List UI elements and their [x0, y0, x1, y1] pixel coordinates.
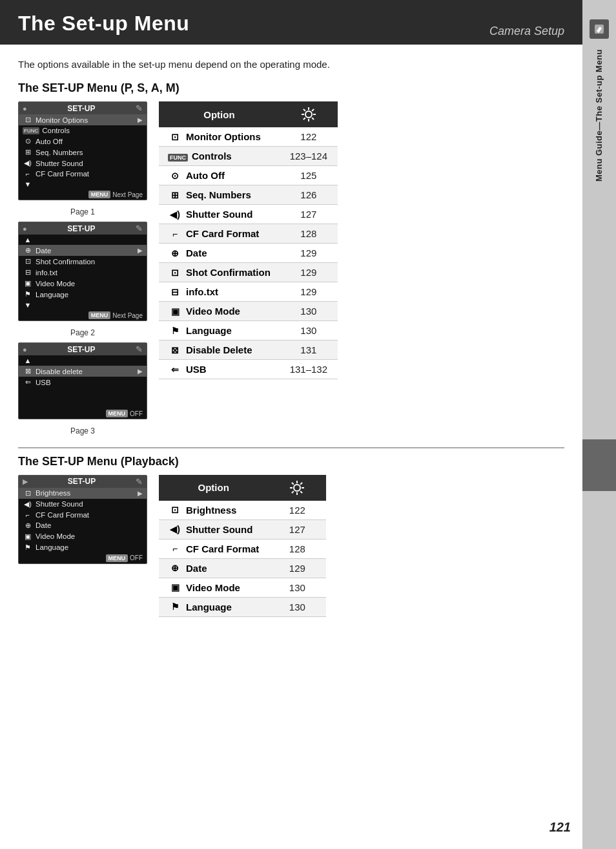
menuP-item1-text: Brightness: [36, 489, 135, 497]
svg-line-8: [312, 109, 314, 111]
menu2-item2-icon: ⊡: [23, 257, 33, 266]
menu1-footer-text: Next Page: [112, 191, 143, 198]
menu2-footer-btn: MENU: [88, 311, 111, 319]
table-row: FUNC Controls: [159, 147, 280, 166]
menuP-footer-btn: MENU: [106, 554, 128, 562]
table-row: ▣ Video Mode: [159, 302, 280, 321]
menu3-page-label: Page 3: [18, 426, 147, 435]
menu1-footer-btn: MENU: [88, 191, 111, 198]
table-row: ⊡ Shot Confirmation: [159, 263, 280, 282]
svg-line-16: [301, 491, 303, 493]
section2-menus: ▶ SET-UP ✎ ⊡ Brightness ▶ ◀) Shutter Sou…: [18, 475, 147, 564]
menu2-item3-text: info.txt: [36, 269, 143, 277]
menu1-item2-icon: FUNC: [23, 127, 39, 134]
menu2-item5-text: Language: [36, 291, 143, 299]
table-row: ⌐ CF Card Format: [159, 224, 280, 244]
section1-menus: ● SET-UP ✎ ⊡ Monitor Options ▶ FUNC Cont…: [18, 101, 147, 435]
section2-row: ▶ SET-UP ✎ ⊡ Brightness ▶ ◀) Shutter Sou…: [18, 475, 564, 617]
menu2-item1-icon: ⊕: [23, 246, 33, 255]
menu2-item5-icon: ⚑: [23, 290, 33, 299]
menu3-item0-icon: ▲: [23, 357, 33, 364]
menuP-item1-arrow: ▶: [138, 490, 143, 497]
section1-table-wrapper: Option: [159, 101, 564, 379]
table-row: ⊡ Brightness: [159, 501, 268, 520]
menuP-item4: ⊕ Date: [19, 520, 147, 531]
svg-point-10: [294, 485, 300, 491]
svg-line-17: [301, 482, 303, 484]
menu3-item2-icon: ⇐: [23, 378, 33, 386]
menu2-item1-arrow: ▶: [138, 247, 143, 254]
menu2-item3: ⊟ info.txt: [19, 267, 147, 278]
menu3-item2: ⇐ USB: [19, 377, 147, 388]
menuP-item1: ⊡ Brightness ▶: [19, 488, 147, 499]
menuP-header: ▶ SET-UP ✎: [19, 476, 147, 488]
menu1-item3-text: Auto Off: [36, 138, 143, 145]
section1-title: The SET-UP Menu (P, S, A, M): [18, 81, 564, 95]
table-row: ⚑ Language: [159, 321, 280, 341]
menuP-item4-text: Date: [36, 521, 143, 529]
svg-line-7: [312, 118, 314, 120]
menu1-pencil-icon: ✎: [136, 103, 143, 113]
table-row: ⚑ Language: [159, 597, 268, 616]
menu2-item2: ⊡ Shot Confirmation: [19, 256, 147, 267]
menu1-item4: ⊞ Seq. Numbers: [19, 147, 147, 158]
menu2-footer: MENU Next Page: [19, 310, 147, 320]
menuP-item3: ⌐ CF Card Format: [19, 510, 147, 520]
menuP-item3-icon: ⌐: [23, 511, 33, 519]
menuP-footer-text: OFF: [130, 554, 143, 561]
menu3-item1-icon: ⊠: [23, 367, 33, 375]
menu3-header: ● SET-UP ✎: [19, 343, 147, 355]
section2-table-wrapper: Option: [159, 475, 564, 617]
menu1-item7: ▼: [19, 179, 147, 189]
page-title: The Set-up Menu: [18, 12, 189, 35]
menuP-item6-icon: ⚑: [23, 543, 33, 552]
menu1-item6: ⌐ CF Card Format: [19, 169, 147, 179]
menu3-pencil-icon: ✎: [136, 344, 143, 354]
menuP-item6-text: Language: [36, 543, 143, 551]
table-row: ⊙ Auto Off: [159, 166, 280, 185]
section1-row: ● SET-UP ✎ ⊡ Monitor Options ▶ FUNC Cont…: [18, 101, 564, 435]
menuP-item5-text: Video Mode: [36, 532, 143, 540]
svg-line-6: [303, 109, 305, 111]
menu3-spacer: [19, 388, 147, 408]
menu1-item4-icon: ⊞: [23, 148, 33, 156]
menu2-item4-text: Video Mode: [36, 280, 143, 288]
menuP-title: SET-UP: [68, 477, 96, 486]
menu1-item2: FUNC Controls: [19, 125, 147, 136]
menu1-item7-icon: ▼: [23, 180, 33, 188]
menu2-item2-text: Shot Confirmation: [36, 258, 143, 266]
page-header: The Set-up Menu Camera Setup: [0, 0, 616, 45]
menuP-item2-icon: ◀): [23, 500, 33, 508]
menuP-footer: MENU OFF: [19, 553, 147, 563]
menu1-title: SET-UP: [67, 104, 95, 113]
table-row: ⇐ USB: [159, 360, 280, 379]
svg-line-9: [303, 118, 305, 120]
menu2-footer-text: Next Page: [112, 312, 143, 319]
menu1-item1-arrow: ▶: [138, 116, 143, 123]
menuP-item3-text: CF Card Format: [36, 511, 143, 519]
menuP-item5-icon: ▣: [23, 532, 33, 541]
intro-paragraph: The options available in the set-up menu…: [18, 59, 564, 70]
menu1-item3-icon: ⊙: [23, 137, 33, 145]
menu-page1: ● SET-UP ✎ ⊡ Monitor Options ▶ FUNC Cont…: [18, 101, 147, 200]
main-content: The options available in the set-up menu…: [0, 45, 616, 643]
svg-line-18: [292, 491, 294, 493]
menu2-item4-icon: ▣: [23, 279, 33, 288]
sidebar-label: Menu Guide—The Set-up Menu: [594, 49, 605, 182]
menu2-item0: ▲: [19, 235, 147, 245]
col2-header-s2: [268, 475, 326, 501]
menu3-item1-text: Disable delete: [36, 368, 135, 375]
table-row: ▣ Video Mode: [159, 578, 268, 597]
menu3-title: SET-UP: [67, 345, 95, 354]
menu2-item1-text: Date: [36, 247, 135, 255]
table-row: ⊞ Seq. Numbers: [159, 185, 280, 205]
svg-line-15: [292, 482, 294, 484]
menu1-footer: MENU Next Page: [19, 189, 147, 200]
menu2-item6: ▼: [19, 300, 147, 310]
menu-page3: ● SET-UP ✎ ▲ ⊠ Disable delete ▶ ⇐ USB: [18, 342, 147, 419]
page-number: 121: [549, 820, 571, 835]
section2-title: The SET-UP Menu (Playback): [18, 455, 564, 468]
menu2-header: ● SET-UP ✎: [19, 222, 147, 235]
menu1-item4-text: Seq. Numbers: [36, 149, 143, 156]
table-row: ⊟ info.txt: [159, 282, 280, 302]
